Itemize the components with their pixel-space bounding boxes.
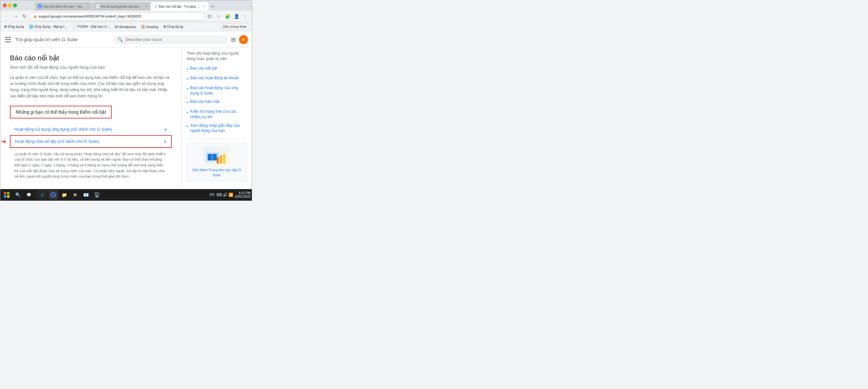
svg-rect-3 bbox=[220, 155, 222, 163]
sidebar-link-label-1: Báo cáo hoạt động tài khoản bbox=[190, 76, 239, 81]
bookmark-icon: W bbox=[115, 25, 118, 29]
accordion-header-0[interactable]: Hoạt động sử dụng ứng dụng (chỉ dành cho… bbox=[10, 124, 172, 135]
sidebar-link-2[interactable]: ▪Báo cáo hoạt động của ứng dụng G Suite bbox=[187, 84, 247, 98]
svg-rect-9 bbox=[4, 195, 6, 198]
sidebar-link-label-5: Xem đăng nhập gần đây của người dùng của… bbox=[190, 123, 247, 134]
taskbar-explorer[interactable]: 📁 bbox=[59, 190, 69, 200]
taskbar-chrome[interactable] bbox=[70, 190, 80, 200]
tab-label: Khi sử dụng gmail của công ty t... bbox=[101, 5, 143, 8]
highlight-box: Những gì bạn có thể thấy trong Điểm nổi … bbox=[10, 106, 112, 119]
bookmark-apps2[interactable]: ⊞ Ứng dụng bbox=[162, 24, 184, 29]
sidebar-link-label-2: Báo cáo hoạt động của ứng dụng G Suite bbox=[190, 85, 247, 96]
address-bar: ← → ↻ 🔒 support.google.com/a/answer/6000… bbox=[0, 10, 252, 22]
tab-close-button[interactable]: × bbox=[203, 5, 205, 8]
bookmark-mang[interactable]: 🌐 Ứng dụng - Mạng l... bbox=[28, 24, 69, 29]
url-text: support.google.com/a/answer/6000244?hl=e… bbox=[38, 14, 141, 18]
taskbar-app5[interactable]: 📧 bbox=[81, 190, 91, 200]
sidebar-divider bbox=[187, 139, 247, 139]
browser-tab-tab3[interactable]: GBáo cáo nổi bật - Trợ giúp quản...× bbox=[151, 2, 208, 10]
taskbar-cortana[interactable]: 💬 bbox=[24, 190, 33, 200]
taskbar-search[interactable]: 🔍 bbox=[13, 190, 23, 200]
browser-tab-tab2[interactable]: GKhi sử dụng gmail của công ty t...× bbox=[93, 2, 150, 10]
sidebar-link-5[interactable]: ▪Xem đăng nhập gần đây của người dùng củ… bbox=[187, 121, 247, 136]
cast-icon[interactable]: ⊡ bbox=[206, 12, 214, 20]
left-content: Báo cáo nổi bật Xem tóm tắt về hoạt động… bbox=[0, 48, 182, 189]
search-icon: 🔍 bbox=[118, 37, 123, 42]
back-button[interactable]: ← bbox=[3, 12, 10, 20]
taskbar-network-icon[interactable]: 📶 bbox=[228, 192, 233, 197]
bookmark-icon: 🌐 bbox=[29, 25, 33, 29]
taskbar-right: EN ⌨ 🔊 📶 9:15 PM 10/01/2020 bbox=[208, 191, 250, 198]
search-box[interactable]: 🔍 bbox=[113, 35, 228, 44]
url-bar[interactable]: 🔒 support.google.com/a/answer/6000244?hl… bbox=[30, 12, 205, 21]
bookmark-label: Ứng dụng - Mạng l... bbox=[34, 25, 67, 29]
bookmark-hosting[interactable]: 🏠 Hosting bbox=[140, 24, 160, 29]
bookmark-funix[interactable]: 📄 FUNIX - Đại học tr... bbox=[71, 24, 111, 29]
minimize-button[interactable] bbox=[8, 3, 12, 7]
sidebar-link-0[interactable]: ▪Báo cáo nổi bật bbox=[187, 64, 247, 74]
accordion-wrapper-0: Hoạt động sử dụng ứng dụng (chỉ dành cho… bbox=[10, 124, 172, 135]
bookmark-label: Ứng dụng bbox=[8, 25, 24, 29]
title-bar: QCâu hỏi dành cho bạn - Nội tối...×GKhi … bbox=[0, 0, 252, 10]
sidebar-link-1[interactable]: ▪Báo cáo hoạt động tài khoản bbox=[187, 74, 247, 84]
sidebar-link-4[interactable]: ▪Kiểm tra trạng thái của các nhiệm vụ lớ… bbox=[187, 107, 247, 121]
taskbar-time-display: 9:15 PM bbox=[235, 191, 250, 195]
browser-window: QCâu hỏi dành cho bạn - Nội tối...×GKhi … bbox=[0, 0, 252, 201]
hamburger-menu[interactable] bbox=[4, 36, 12, 43]
right-sidebar: Theo dõi hoạt động của người dùng hoặc q… bbox=[182, 48, 252, 189]
taskbar-browser[interactable] bbox=[49, 190, 58, 200]
sidebar-link-icon-2: ▪ bbox=[187, 86, 188, 92]
bookmark-wordpress[interactable]: W Wordpress bbox=[113, 24, 137, 29]
svg-rect-2 bbox=[217, 157, 219, 163]
start-button[interactable] bbox=[2, 190, 12, 200]
taskbar-keyboard-icon: ⌨ bbox=[216, 192, 222, 197]
profile-icon[interactable]: 👤 bbox=[232, 12, 240, 20]
maximize-button[interactable] bbox=[13, 3, 17, 7]
accordion-label-1: Hoạt động chia sẻ tệp (chỉ dành cho G Su… bbox=[15, 139, 99, 144]
taskbar-volume-icon[interactable]: 🔊 bbox=[223, 192, 227, 197]
forward-button[interactable]: → bbox=[12, 12, 20, 20]
browser-toolbar-icons: ⊡ ☆ 🧩 👤 ⋮ bbox=[206, 12, 249, 20]
taskbar-app6[interactable]: 🖥️ bbox=[92, 190, 101, 200]
svg-rect-10 bbox=[7, 195, 9, 198]
hamburger-line bbox=[5, 41, 11, 42]
sidebar-link-3[interactable]: ▪Báo cáo bảo mật bbox=[187, 97, 247, 107]
page-subtitle: Xem tóm tắt về hoạt động của người dùng … bbox=[10, 65, 172, 70]
bookmark-label: FUNIX - Đại học tr... bbox=[78, 25, 110, 29]
apps-icon2: ⊞ bbox=[163, 25, 166, 29]
new-tab-button[interactable]: + bbox=[208, 2, 217, 10]
tab-label: Báo cáo nổi bật - Trợ giúp quản... bbox=[159, 5, 201, 8]
sidebar-card-title[interactable]: Ghé thăm Trung tâm học tập G Suite bbox=[190, 168, 243, 178]
search-input[interactable] bbox=[125, 37, 223, 42]
secure-icon: 🔒 bbox=[33, 14, 37, 18]
bookmark-apps[interactable]: ⊞ Ứng dụng bbox=[3, 24, 25, 29]
user-avatar[interactable]: A bbox=[239, 35, 248, 44]
bookmark-star-icon[interactable]: ☆ bbox=[215, 12, 222, 20]
taskbar: 🔍 💬 e 📁 bbox=[0, 189, 252, 201]
taskbar-ie[interactable]: e bbox=[38, 190, 47, 200]
page-body: Là quản trị viên của tổ chức, bạn có thể… bbox=[10, 75, 172, 99]
accordion-container: Hoạt động sử dụng ứng dụng (chỉ dành cho… bbox=[10, 124, 172, 183]
browser-tab-tab1[interactable]: QCâu hỏi dành cho bạn - Nội tối...× bbox=[35, 2, 92, 10]
accordion-arrow-icon-1: ∧ bbox=[163, 139, 166, 144]
tab-close-button[interactable]: × bbox=[87, 5, 89, 8]
tab-label: Câu hỏi dành cho bạn - Nội tối... bbox=[43, 5, 85, 8]
bookmark-icon: 📄 bbox=[72, 25, 76, 29]
menu-icon[interactable]: ⋮ bbox=[242, 12, 249, 20]
gsuite-topnav: Trợ giúp quản trị viên G Suite 🔍 ⊞ A bbox=[0, 32, 252, 48]
other-bookmarks[interactable]: Dấu trang khác bbox=[221, 24, 249, 30]
sidebar-link-icon-5: ▪ bbox=[187, 123, 188, 130]
taskbar-language: EN bbox=[208, 193, 215, 197]
extension-icon[interactable]: 🧩 bbox=[224, 12, 231, 20]
close-button[interactable] bbox=[3, 3, 7, 7]
window-controls bbox=[3, 3, 17, 7]
highlight-box-label: Những gì bạn có thể thấy trong Điểm nổi … bbox=[16, 110, 106, 115]
apps-grid-icon[interactable]: ⊞ bbox=[231, 36, 236, 43]
tab-close-button[interactable]: × bbox=[145, 5, 147, 8]
gsuite-logo-text: Trợ giúp quản trị viên G Suite bbox=[15, 37, 110, 42]
taskbar-system-icons: EN ⌨ 🔊 📶 bbox=[208, 192, 233, 197]
accordion-label-0: Hoạt động sử dụng ứng dụng (chỉ dành cho… bbox=[14, 127, 112, 131]
bookmarks-bar: ⊞ Ứng dụng 🌐 Ứng dụng - Mạng l... 📄 FUNI… bbox=[0, 22, 252, 32]
reload-button[interactable]: ↻ bbox=[21, 12, 28, 20]
accordion-header-1[interactable]: Hoạt động chia sẻ tệp (chỉ dành cho G Su… bbox=[10, 135, 172, 148]
